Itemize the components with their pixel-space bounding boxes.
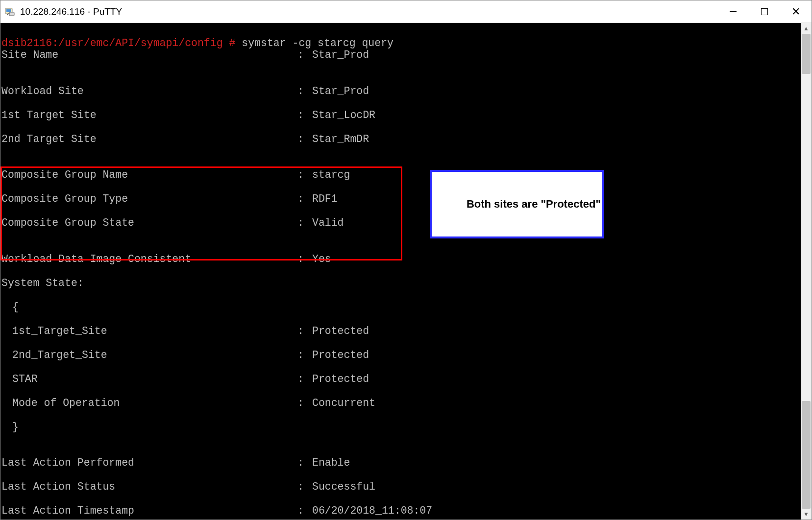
client-area: dsib2116:/usr/emc/API/symapi/config # sy… xyxy=(0,23,812,520)
row-wdic: Workload Data Image Consistent:Yes xyxy=(1,253,800,265)
row-last-status: Last Action Status:Successful xyxy=(1,481,800,493)
chevron-down-icon: ▼ xyxy=(803,511,809,518)
annotation-callout: Both sites are "Protected" and the overa… xyxy=(430,170,604,238)
prompt-path: dsib2116:/usr/emc/API/symapi/config xyxy=(1,37,223,49)
row-site-name: Site Name:Star_Prod xyxy=(1,49,800,61)
row-ss-mode: Mode of Operation:Concurrent xyxy=(1,397,800,409)
minimize-button[interactable] xyxy=(717,0,749,23)
prompt-symbol: # xyxy=(223,37,242,49)
blank-line xyxy=(1,157,8,169)
putty-icon xyxy=(4,6,15,17)
scroll-thumb-bottom[interactable] xyxy=(802,401,811,509)
row-ss-2nd: 2nd_Target_Site:Protected xyxy=(1,349,800,361)
scroll-up-button[interactable]: ▲ xyxy=(801,23,812,34)
svg-rect-2 xyxy=(9,12,14,16)
blank-line xyxy=(1,73,8,85)
scroll-thumb[interactable] xyxy=(802,34,811,74)
maximize-icon xyxy=(761,8,768,15)
row-cg-state: Composite Group State:Valid xyxy=(1,217,800,229)
close-icon: ✕ xyxy=(791,6,800,17)
row-last-action: Last Action Performed:Enable xyxy=(1,457,800,469)
prompt-command: symstar -cg starcg query xyxy=(242,37,394,49)
vertical-scrollbar[interactable]: ▲ ▼ xyxy=(801,23,812,520)
row-1st-target: 1st Target Site:Star_LocDR xyxy=(1,109,800,121)
row-ss-star: STAR:Protected xyxy=(1,373,800,385)
window-title: 10.228.246.116 - PuTTY xyxy=(20,6,122,17)
callout-text: Both sites are "Protected" and the overa… xyxy=(467,198,783,210)
minimize-icon xyxy=(730,11,737,12)
scroll-down-button[interactable]: ▼ xyxy=(801,509,812,520)
chevron-up-icon: ▲ xyxy=(803,25,809,32)
window-controls: ✕ xyxy=(717,0,812,23)
blank-line xyxy=(1,241,8,253)
close-button[interactable]: ✕ xyxy=(780,0,812,23)
terminal[interactable]: dsib2116:/usr/emc/API/symapi/config # sy… xyxy=(0,23,801,520)
row-last-ts: Last Action Timestamp:06/20/2018_11:08:0… xyxy=(1,505,800,517)
row-workload-site: Workload Site:Star_Prod xyxy=(1,85,800,97)
blank-line xyxy=(1,445,8,457)
row-ss-1st: 1st_Target_Site:Protected xyxy=(1,325,800,337)
row-2nd-target: 2nd Target Site:Star_RmDR xyxy=(1,133,800,145)
row-cg-name: Composite Group Name:starcg xyxy=(1,169,800,181)
titlebar[interactable]: 10.228.246.116 - PuTTY ✕ xyxy=(0,0,812,23)
system-state-header: System State: xyxy=(1,277,800,289)
application-window: 10.228.246.116 - PuTTY ✕ dsib2116:/usr/e… xyxy=(0,0,812,520)
brace-close: } xyxy=(1,421,800,433)
maximize-button[interactable] xyxy=(749,0,780,23)
titlebar-left: 10.228.246.116 - PuTTY xyxy=(0,6,717,17)
svg-rect-1 xyxy=(6,9,11,12)
brace-open: { xyxy=(1,301,800,313)
